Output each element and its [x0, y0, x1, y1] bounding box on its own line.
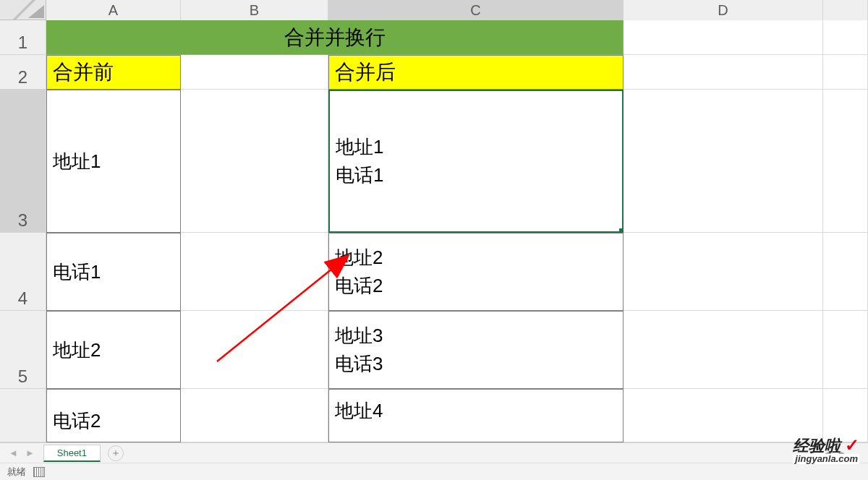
status-ready: 就绪 — [7, 466, 26, 479]
c5-line1: 地址3 — [335, 322, 383, 350]
row-headers: 1 2 3 4 5 — [0, 20, 46, 442]
cell-A6[interactable]: 电话2 — [46, 389, 181, 442]
cell-A5[interactable]: 地址2 — [46, 311, 181, 389]
c3-line2: 电话1 — [336, 161, 383, 189]
cell-D1[interactable] — [624, 20, 823, 55]
row-header-1[interactable]: 1 — [0, 20, 46, 55]
hscroll-right-icon[interactable]: ► — [837, 447, 846, 458]
cell-B2[interactable] — [181, 55, 328, 90]
col-header-B[interactable]: B — [181, 0, 328, 20]
cell-C4[interactable]: 地址2 电话2 — [328, 233, 624, 311]
cell-grid: 合并并换行 合并前 合并后 地址1 地址1 电话1 电话1 地址2 电话2 地址… — [46, 20, 868, 442]
hscroll-left-icon[interactable]: ◄ — [823, 447, 833, 458]
cell-C5[interactable]: 地址3 电话3 — [328, 311, 624, 389]
col-header-next[interactable] — [823, 0, 868, 20]
col-header-C[interactable]: C — [328, 0, 624, 20]
row-header-5[interactable]: 5 — [0, 311, 46, 389]
c6-line1: 地址4 — [335, 397, 383, 425]
col-header-D[interactable]: D — [624, 0, 823, 20]
add-sheet-button[interactable]: ＋ — [108, 445, 124, 461]
header-after[interactable]: 合并后 — [328, 55, 624, 90]
tab-prev-icon[interactable]: ◄ — [9, 447, 18, 458]
header-before[interactable]: 合并前 — [46, 55, 181, 90]
cell-E3[interactable] — [823, 90, 868, 233]
spreadsheet-area: A B C D 1 2 3 4 5 合并并换行 合并前 合并后 地址1 地址1 … — [0, 0, 868, 442]
c3-line1: 地址1 — [336, 133, 383, 161]
c5-line2: 电话3 — [335, 350, 383, 378]
c4-line2: 电话2 — [335, 272, 383, 300]
status-bar: 就绪 — [0, 463, 868, 480]
tab-nav-arrows: ◄ ► — [0, 447, 43, 458]
cell-E2[interactable] — [823, 55, 868, 90]
col-header-A[interactable]: A — [46, 0, 181, 20]
cell-B5[interactable] — [181, 311, 328, 389]
cell-D6[interactable] — [624, 389, 823, 442]
tab-next-icon[interactable]: ► — [25, 447, 35, 458]
cell-E5[interactable] — [823, 311, 868, 389]
cell-D5[interactable] — [624, 311, 823, 389]
sheet-tab-1[interactable]: Sheet1 — [43, 445, 101, 462]
row-header-4[interactable]: 4 — [0, 233, 46, 311]
cell-B3[interactable] — [181, 90, 328, 233]
cell-A3[interactable]: 地址1 — [46, 90, 181, 233]
macro-record-icon[interactable] — [33, 467, 45, 477]
column-headers: A B C D — [0, 0, 868, 20]
cell-E4[interactable] — [823, 233, 868, 311]
cell-D3[interactable] — [624, 90, 823, 233]
tabs-scroll-right: ◄ ► — [823, 447, 868, 458]
c4-line1: 地址2 — [335, 244, 383, 272]
sheet-tabs-bar: ◄ ► Sheet1 ＋ ◄ ► — [0, 442, 868, 463]
row-header-3[interactable]: 3 — [0, 90, 46, 233]
cell-B4[interactable] — [181, 233, 328, 311]
row-header-2[interactable]: 2 — [0, 55, 46, 90]
cell-C3[interactable]: 地址1 电话1 — [328, 90, 624, 233]
cell-E1[interactable] — [823, 20, 868, 55]
cell-A4[interactable]: 电话1 — [46, 233, 181, 311]
select-all-corner[interactable] — [0, 0, 46, 20]
cell-C6[interactable]: 地址4 — [328, 389, 624, 442]
row-header-6[interactable] — [0, 389, 46, 442]
cell-D2[interactable] — [624, 55, 823, 90]
merged-title-cell[interactable]: 合并并换行 — [46, 20, 624, 55]
cell-D4[interactable] — [624, 233, 823, 311]
cell-E6[interactable] — [823, 389, 868, 442]
cell-B6[interactable] — [181, 389, 328, 442]
